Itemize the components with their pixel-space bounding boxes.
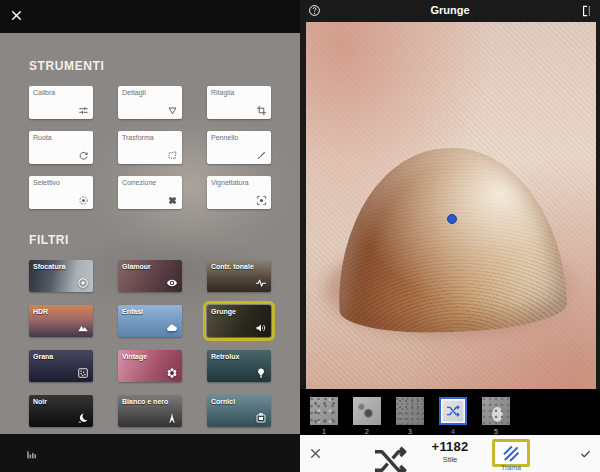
filter-label: Glamour <box>122 263 151 270</box>
texture-thumbnail <box>482 397 510 425</box>
tool-correzione[interactable]: Correzione <box>118 176 182 209</box>
filter-retrolux[interactable]: Retrolux <box>207 350 271 382</box>
texture-thumb-4[interactable]: 4 <box>439 397 467 435</box>
style-value-control[interactable]: +1182 Stile <box>428 439 472 464</box>
shuffle-button[interactable]: Casuale <box>370 441 410 472</box>
control-point[interactable] <box>447 214 457 224</box>
tool-vignettatura[interactable]: Vignettatura <box>207 176 271 209</box>
tools-header: STRUMENTI <box>29 59 300 73</box>
editor-title: Grunge <box>300 4 600 16</box>
filter-label: Vintage <box>122 353 147 360</box>
tool-label: Calibra <box>33 89 55 96</box>
texture-stripes-icon <box>495 443 527 464</box>
tool-label: Selettivo <box>33 179 60 186</box>
editor-bottom-bar: Casuale +1182 Stile Trama <box>300 435 600 472</box>
filter-label: Contr. tonale <box>211 263 254 270</box>
selective-icon <box>78 195 89 206</box>
texture-number: 4 <box>451 428 455 435</box>
filter-label: Cornici <box>211 398 235 405</box>
rotate-icon <box>78 150 89 161</box>
texture-number: 5 <box>494 428 498 435</box>
filter-label: Grana <box>33 353 53 360</box>
filters-header: FILTRI <box>29 233 300 247</box>
photo-preview[interactable] <box>306 22 596 389</box>
left-top-bar <box>0 0 300 33</box>
flower-icon <box>166 367 178 379</box>
filter-cornici[interactable]: Cornici <box>207 395 271 427</box>
filter-enfasi[interactable]: Enfasi <box>118 305 182 337</box>
texture-label: Trama <box>495 464 527 471</box>
tool-dettagli[interactable]: Dettagli <box>118 86 182 119</box>
confirm-icon[interactable] <box>578 448 593 460</box>
vignette-icon <box>256 195 267 206</box>
snapseed-app: STRUMENTI CalibraDettagliRitagliaRuotaTr… <box>0 0 600 472</box>
tool-label: Pennello <box>211 134 238 141</box>
seashell-image <box>334 144 568 336</box>
texture-number: 2 <box>365 428 369 435</box>
filter-label: Retrolux <box>211 353 239 360</box>
filter-contr-tonale[interactable]: Contr. tonale <box>207 260 271 292</box>
filter-grana[interactable]: Grana <box>29 350 93 382</box>
tool-calibra[interactable]: Calibra <box>29 86 93 119</box>
tool-selettivo[interactable]: Selettivo <box>29 176 93 209</box>
tool-ruota[interactable]: Ruota <box>29 131 93 164</box>
filter-sfocatura[interactable]: Sfocatura <box>29 260 93 292</box>
tool-pennello[interactable]: Pennello <box>207 131 271 164</box>
filter-vintage[interactable]: Vintage <box>118 350 182 382</box>
texture-thumb-1[interactable]: 1 <box>310 397 338 435</box>
bulb-icon <box>255 367 267 379</box>
shuffle-icon <box>441 399 465 423</box>
filter-hdr[interactable]: HDR <box>29 305 93 337</box>
texture-thumbnail <box>353 397 381 425</box>
tools-grid: CalibraDettagliRitagliaRuotaTrasformaPen… <box>29 86 300 209</box>
filter-label: Noir <box>33 398 47 405</box>
tool-trasforma[interactable]: Trasforma <box>118 131 182 164</box>
brush-icon <box>256 150 267 161</box>
tool-ritaglia[interactable]: Ritaglia <box>207 86 271 119</box>
texture-thumb-5[interactable]: 5 <box>482 397 510 435</box>
tools-filters-panel: STRUMENTI CalibraDettagliRitagliaRuotaTr… <box>0 0 300 472</box>
filter-grunge[interactable]: Grunge <box>207 305 271 337</box>
moon-icon <box>77 412 89 424</box>
mountains-icon <box>77 322 89 334</box>
crop-icon <box>256 105 267 116</box>
filter-label: Enfasi <box>122 308 143 315</box>
filter-bianco-e-nero[interactable]: Bianco e nero <box>118 395 182 427</box>
details-icon <box>167 105 178 116</box>
texture-thumbnail <box>396 397 424 425</box>
tool-label: Ritaglia <box>211 89 234 96</box>
close-icon[interactable] <box>10 9 23 22</box>
cancel-icon[interactable] <box>309 447 322 460</box>
tool-label: Trasforma <box>122 134 154 141</box>
left-bottom-bar <box>0 434 300 472</box>
texture-thumb-3[interactable]: 3 <box>396 397 424 435</box>
grain-icon <box>77 367 89 379</box>
texture-thumbnail <box>310 397 338 425</box>
panel-content: STRUMENTI CalibraDettagliRitagliaRuotaTr… <box>0 33 300 427</box>
transform-icon <box>167 150 178 161</box>
filters-grid: SfocaturaGlamourContr. tonaleHDREnfasiGr… <box>29 260 300 427</box>
compare-icon[interactable] <box>579 4 594 18</box>
filter-label: HDR <box>33 308 48 315</box>
filter-noir[interactable]: Noir <box>29 395 93 427</box>
filter-glamour[interactable]: Glamour <box>118 260 182 292</box>
tool-label: Dettagli <box>122 89 146 96</box>
tool-label: Vignettatura <box>211 179 249 186</box>
filter-label: Sfocatura <box>33 263 65 270</box>
editor-top-bar: Grunge <box>300 0 600 22</box>
filter-label: Grunge <box>211 308 236 315</box>
style-label: Stile <box>428 455 472 464</box>
style-value: +1182 <box>428 439 472 454</box>
healing-icon <box>167 195 178 206</box>
texture-thumb-2[interactable]: 2 <box>353 397 381 435</box>
tune-icon <box>78 105 89 116</box>
frame-icon <box>255 412 267 424</box>
histogram-icon <box>24 447 40 460</box>
texture-button[interactable]: Trama <box>492 439 530 467</box>
grunge-editor-panel: Grunge 12345 Casuale +1182 Stile Trama <box>300 0 600 472</box>
texture-thumbnail <box>439 397 467 425</box>
megaphone-icon <box>255 322 267 334</box>
tool-label: Ruota <box>33 134 52 141</box>
texture-number: 1 <box>322 428 326 435</box>
cloud-icon <box>166 322 178 334</box>
